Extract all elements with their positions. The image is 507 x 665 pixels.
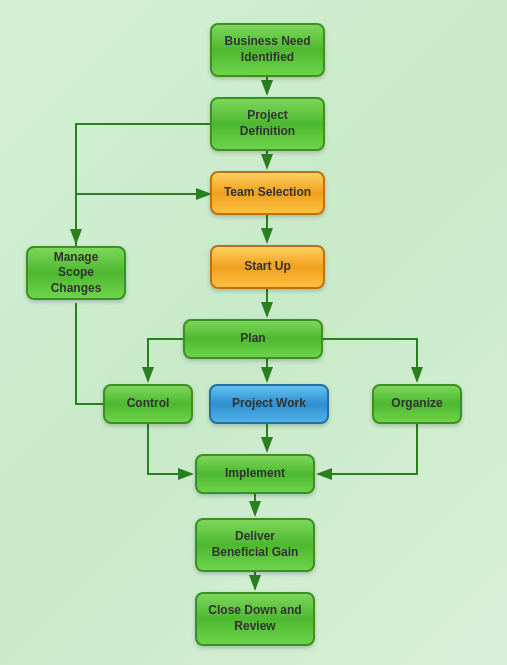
start-up-label: Start Up	[244, 259, 291, 275]
manage-scope-box: Manage ScopeChanges	[26, 246, 126, 300]
business-need-box: Business Need Identified	[210, 23, 325, 77]
project-work-box: Project Work	[209, 384, 329, 424]
manage-scope-label: Manage ScopeChanges	[36, 250, 116, 297]
control-box: Control	[103, 384, 193, 424]
team-selection-label: Team Selection	[224, 185, 311, 201]
control-label: Control	[127, 396, 170, 412]
project-definition-label: ProjectDefinition	[240, 108, 295, 139]
organize-label: Organize	[391, 396, 442, 412]
organize-box: Organize	[372, 384, 462, 424]
deliver-box: DeliverBeneficial Gain	[195, 518, 315, 572]
team-selection-box: Team Selection	[210, 171, 325, 215]
close-down-box: Close Down andReview	[195, 592, 315, 646]
deliver-label: DeliverBeneficial Gain	[212, 529, 299, 560]
business-need-label: Business Need Identified	[220, 34, 315, 65]
plan-label: Plan	[240, 331, 265, 347]
project-work-label: Project Work	[232, 396, 306, 412]
implement-box: Implement	[195, 454, 315, 494]
close-down-label: Close Down andReview	[208, 603, 301, 634]
start-up-box: Start Up	[210, 245, 325, 289]
plan-box: Plan	[183, 319, 323, 359]
implement-label: Implement	[225, 466, 285, 482]
flowchart: Business Need Identified ProjectDefiniti…	[0, 0, 507, 665]
project-definition-box: ProjectDefinition	[210, 97, 325, 151]
